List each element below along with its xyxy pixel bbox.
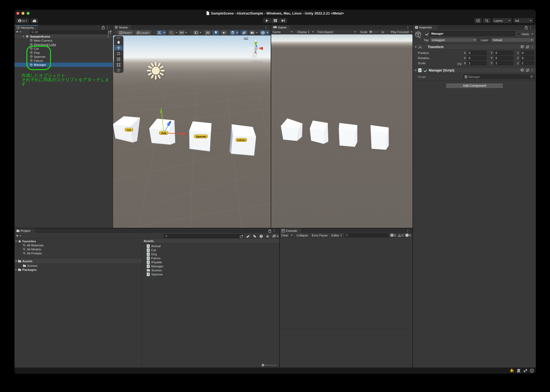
svg-text:?: ? [522,69,523,71]
svg-text:⋖ Persp: ⋖ Persp [250,60,263,64]
svg-text:y: y [255,39,256,42]
svg-text:!: ! [513,370,514,373]
svg-text:Falcon: Falcon [237,139,245,141]
svg-text:#: # [147,257,149,260]
svg-text:#: # [147,253,149,256]
svg-text:#: # [419,69,421,72]
svg-text:?: ? [522,45,523,48]
svg-text:#: # [147,265,149,268]
svg-text:Cat: Cat [127,128,131,131]
svg-text:#: # [147,273,149,276]
svg-text:Sparrow: Sparrow [196,135,206,138]
svg-text:#: # [147,261,149,264]
svg-text:Dog: Dog [161,132,166,134]
svg-text:#: # [147,244,149,247]
svg-text:#: # [147,249,149,251]
